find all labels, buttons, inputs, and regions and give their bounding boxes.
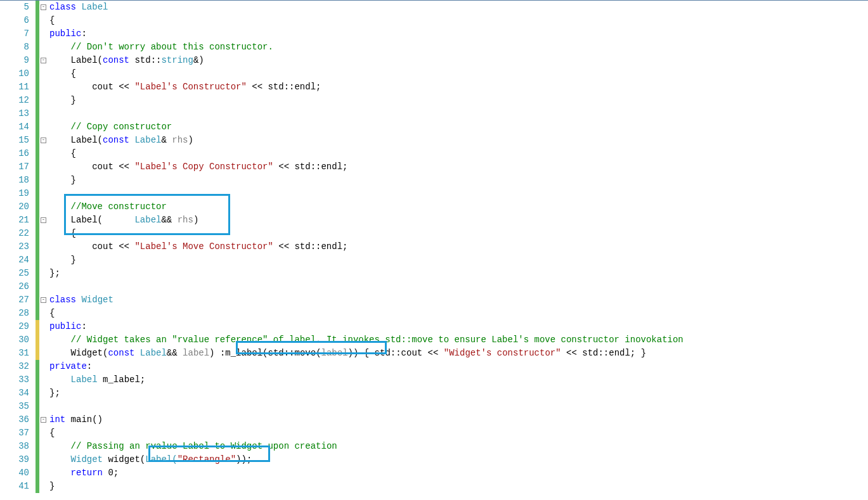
code-line[interactable]: public: <box>49 320 868 333</box>
code-line[interactable]: int main() <box>49 413 868 426</box>
line-number: 27 <box>0 293 29 307</box>
line-number: 31 <box>0 347 29 360</box>
line-number: 16 <box>0 147 29 160</box>
line-number: 22 <box>0 227 29 240</box>
line-number: 8 <box>0 41 29 54</box>
code-line[interactable]: } <box>49 253 868 267</box>
code-line[interactable] <box>49 187 868 200</box>
line-number: 39 <box>0 453 29 466</box>
fold-column: ------ <box>39 1 48 493</box>
line-number: 34 <box>0 387 29 400</box>
line-number: 33 <box>0 373 29 387</box>
code-line[interactable]: // Widget takes an "rvalue reference" of… <box>49 333 868 347</box>
code-line[interactable]: }; <box>49 387 868 400</box>
line-number: 37 <box>0 426 29 440</box>
keyword: class <box>49 2 81 12</box>
code-line[interactable]: cout << "Label's Copy Constructor" << st… <box>49 160 868 174</box>
line-number: 29 <box>0 320 29 333</box>
fold-toggle-icon[interactable]: - <box>41 217 46 223</box>
line-number: 21 <box>0 214 29 227</box>
code-line[interactable] <box>49 400 868 413</box>
code-line[interactable]: class Label <box>49 1 868 14</box>
line-number: 6 <box>0 14 29 27</box>
line-number: 28 <box>0 307 29 320</box>
line-number: 10 <box>0 67 29 80</box>
line-number: 23 <box>0 240 29 253</box>
line-number: 11 <box>0 80 29 94</box>
code-area[interactable]: class Label { public: // Don't worry abo… <box>48 1 868 493</box>
comment: // Don't worry about this constructor. <box>71 42 273 52</box>
comment: // Passing an rvalue Label to Widget upo… <box>71 441 337 451</box>
comment: // Copy constructor <box>71 122 172 132</box>
code-line[interactable]: // Don't worry about this constructor. <box>49 41 868 54</box>
code-line[interactable]: { <box>49 14 868 27</box>
line-number: 40 <box>0 466 29 480</box>
fold-toggle-icon[interactable]: - <box>41 417 46 423</box>
fold-toggle-icon[interactable]: - <box>41 138 46 143</box>
line-number: 9 <box>0 54 29 67</box>
gutter: 5678910111213141516171819202122232425262… <box>0 1 36 493</box>
line-number-column: 5678910111213141516171819202122232425262… <box>0 1 36 493</box>
code-line[interactable]: class Widget <box>49 293 868 307</box>
code-line[interactable]: } <box>49 480 868 493</box>
fold-toggle-icon[interactable]: - <box>41 4 46 10</box>
line-number: 32 <box>0 360 29 373</box>
line-number: 17 <box>0 160 29 174</box>
line-number: 7 <box>0 27 29 41</box>
code-line[interactable]: { <box>49 67 868 80</box>
code-line[interactable]: cout << "Label's Move Constructor" << st… <box>49 240 868 253</box>
parameter: rhs <box>178 215 193 225</box>
keyword: public <box>49 29 81 39</box>
code-line[interactable]: { <box>49 426 868 440</box>
line-number: 35 <box>0 400 29 413</box>
code-line[interactable]: Label m_label; <box>49 373 868 387</box>
line-number: 30 <box>0 333 29 347</box>
string-literal: "Label's Constructor" <box>134 82 246 92</box>
line-number: 38 <box>0 440 29 453</box>
type-name: Label <box>81 2 108 12</box>
code-line[interactable]: Widget widget(Label("Rectangle")); <box>49 453 868 466</box>
line-number: 5 <box>0 1 29 14</box>
code-line[interactable]: private: <box>49 360 868 373</box>
line-number: 20 <box>0 200 29 214</box>
comment: // Widget takes an "rvalue reference" of… <box>71 335 683 345</box>
line-number: 26 <box>0 280 29 293</box>
line-number: 15 <box>0 134 29 147</box>
code-line[interactable]: }; <box>49 267 868 280</box>
line-number: 24 <box>0 253 29 267</box>
line-number: 18 <box>0 174 29 187</box>
code-line[interactable]: Label(const Label& rhs) <box>49 134 868 147</box>
code-line[interactable]: //Move constructor <box>49 200 868 214</box>
code-line[interactable]: // Passing an rvalue Label to Widget upo… <box>49 440 868 453</box>
code-line[interactable]: { <box>49 147 868 160</box>
parameter: rhs <box>172 135 188 145</box>
line-number: 19 <box>0 187 29 200</box>
fold-toggle-icon[interactable]: - <box>41 297 46 303</box>
line-number: 36 <box>0 413 29 426</box>
code-line[interactable]: { <box>49 227 868 240</box>
line-number: 12 <box>0 94 29 107</box>
line-number: 14 <box>0 120 29 134</box>
code-line[interactable] <box>49 280 868 293</box>
line-number: 41 <box>0 480 29 493</box>
comment: //Move constructor <box>71 202 167 212</box>
code-line[interactable]: public: <box>49 27 868 41</box>
code-editor[interactable]: 5678910111213141516171819202122232425262… <box>0 0 868 493</box>
code-line[interactable]: return 0; <box>49 466 868 480</box>
fold-toggle-icon[interactable]: - <box>41 58 46 63</box>
code-line[interactable] <box>49 107 868 120</box>
code-line[interactable]: Widget(const Label&& label) :m_label(std… <box>49 347 868 360</box>
code-line[interactable]: // Copy constructor <box>49 120 868 134</box>
line-number: 25 <box>0 267 29 280</box>
code-line[interactable]: Label( Label&& rhs) <box>49 214 868 227</box>
code-line[interactable]: Label(const std::string&) <box>49 54 868 67</box>
line-number: 13 <box>0 107 29 120</box>
code-line[interactable]: cout << "Label's Constructor" << std::en… <box>49 80 868 94</box>
code-line[interactable]: } <box>49 174 868 187</box>
code-line[interactable]: { <box>49 307 868 320</box>
code-line[interactable]: } <box>49 94 868 107</box>
